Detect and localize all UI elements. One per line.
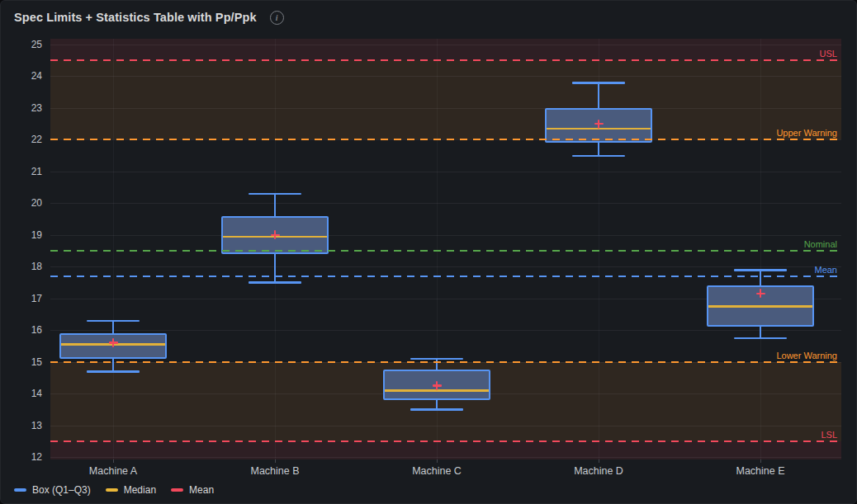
h-gridline [50,172,841,172]
legend-swatch [171,488,183,492]
ref-line-lower-warning [50,361,841,363]
x-axis-category-label: Machine E [711,465,810,477]
legend-label: Box (Q1–Q3) [32,484,91,496]
h-gridline [50,426,841,426]
y-axis-tick-label: 21 [6,166,42,177]
x-axis-category-label: Machine D [549,465,648,477]
y-axis-tick-label: 16 [6,324,42,336]
ref-line-mean [50,276,841,277]
mean-marker [271,230,280,239]
x-axis-tick-mark [275,459,276,463]
y-axis-tick-label: 20 [6,197,42,209]
whisker-cap-max [734,269,787,271]
y-axis-tick-label: 18 [6,261,42,272]
y-axis-tick-label: 24 [6,70,42,82]
h-gridline [50,45,841,45]
h-gridline [50,235,841,236]
x-axis-tick-mark [113,459,114,463]
x-axis-tick-mark [760,459,761,463]
mean-marker [756,289,765,298]
boxplot-plot-area[interactable]: USLUpper WarningNominalMeanLower Warning… [50,39,841,459]
mean-marker [594,120,604,129]
median-line [708,305,812,308]
h-gridline [50,266,841,267]
whisker-cap-min [410,408,463,411]
whisker-cap-min [734,337,787,340]
legend-item-box-q1-q3-[interactable]: Box (Q1–Q3) [14,484,91,496]
ref-line-label: LSL [821,430,837,440]
ref-line-nominal [50,250,841,252]
whisker-cap-min [572,155,625,158]
mean-marker [433,381,442,390]
legend-label: Mean [189,484,214,496]
y-axis-tick-label: 17 [6,293,42,304]
ref-line-label: Upper Warning [776,128,837,138]
info-icon[interactable]: i [270,11,284,25]
y-axis-tick-label: 13 [6,420,42,431]
legend-swatch [14,488,26,492]
spec-zone-band [50,39,841,60]
y-axis-tick-label: 25 [6,39,42,50]
h-gridline [50,203,841,204]
y-axis-tick-label: 22 [6,134,42,145]
y-axis-tick-label: 19 [6,229,42,241]
spec-zone-band [50,60,841,139]
ref-line-usl [50,59,841,61]
legend-item-mean[interactable]: Mean [171,484,214,496]
ref-line-label: Mean [814,265,837,275]
ref-line-label: Nominal [804,239,837,249]
x-axis-category-label: Machine B [225,465,324,477]
whisker-cap-max [410,358,463,360]
y-axis-tick-label: 15 [6,356,42,368]
whisker-cap-min [249,281,301,284]
y-axis-tick-label: 23 [6,102,42,114]
legend-label: Median [124,484,156,496]
ref-line-label: Lower Warning [776,351,837,360]
h-gridline [50,108,841,109]
h-gridline [50,76,841,77]
panel-title: Spec Limits + Statistics Table with Pp/P… [14,11,257,24]
legend-swatch [106,488,118,492]
mean-marker [109,338,118,347]
x-axis-tick-mark [437,459,438,463]
legend-item-median[interactable]: Median [106,484,156,496]
whisker-cap-max [572,82,625,84]
grafana-panel: Spec Limits + Statistics Table with Pp/P… [0,0,857,504]
whisker-cap-max [249,193,301,195]
whisker-cap-max [87,320,140,323]
ref-line-upper-warning [50,139,841,140]
h-gridline [50,330,841,331]
y-axis-tick-label: 12 [6,451,42,463]
whisker-cap-min [87,370,140,373]
x-axis-category-label: Machine C [387,465,486,477]
h-gridline [50,457,841,458]
x-axis-tick-mark [599,459,599,463]
y-axis-tick-label: 14 [6,388,42,399]
ref-line-label: USL [820,49,837,59]
legend: Box (Q1–Q3)MedianMean [14,484,214,496]
ref-line-lsl [50,440,841,442]
x-axis-category-label: Machine A [64,465,163,477]
panel-header: Spec Limits + Statistics Table with Pp/P… [1,1,856,34]
